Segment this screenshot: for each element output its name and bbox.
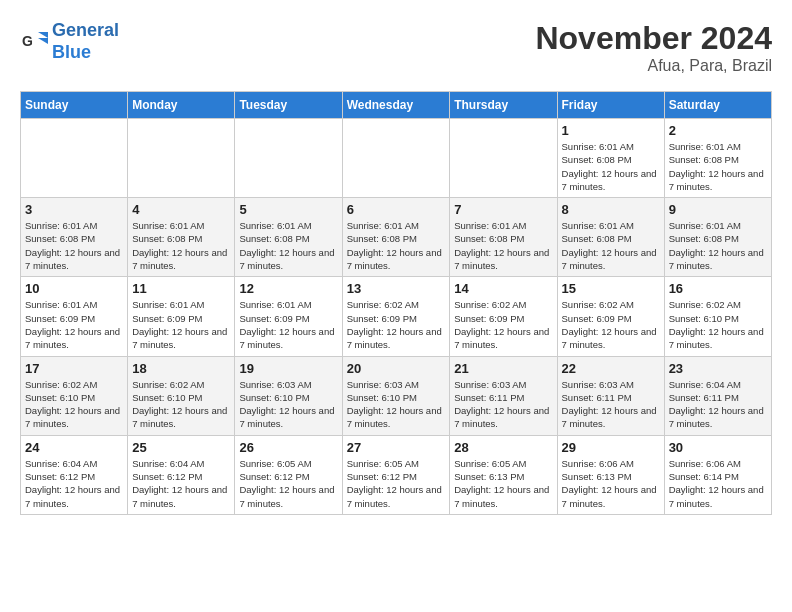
day-number: 4 [132,202,230,217]
day-number: 18 [132,361,230,376]
calendar-cell: 20Sunrise: 6:03 AM Sunset: 6:10 PM Dayli… [342,356,450,435]
title-block: November 2024 Afua, Para, Brazil [535,20,772,75]
day-info: Sunrise: 6:01 AM Sunset: 6:08 PM Dayligh… [562,219,660,272]
calendar-header-thursday: Thursday [450,92,557,119]
calendar-header-wednesday: Wednesday [342,92,450,119]
day-info: Sunrise: 6:02 AM Sunset: 6:09 PM Dayligh… [347,298,446,351]
day-number: 25 [132,440,230,455]
day-number: 12 [239,281,337,296]
svg-text:G: G [22,33,33,49]
calendar-cell: 16Sunrise: 6:02 AM Sunset: 6:10 PM Dayli… [664,277,771,356]
day-info: Sunrise: 6:02 AM Sunset: 6:09 PM Dayligh… [454,298,552,351]
day-info: Sunrise: 6:03 AM Sunset: 6:10 PM Dayligh… [239,378,337,431]
calendar-cell: 23Sunrise: 6:04 AM Sunset: 6:11 PM Dayli… [664,356,771,435]
day-number: 16 [669,281,767,296]
calendar-cell: 26Sunrise: 6:05 AM Sunset: 6:12 PM Dayli… [235,435,342,514]
day-number: 8 [562,202,660,217]
calendar-cell: 9Sunrise: 6:01 AM Sunset: 6:08 PM Daylig… [664,198,771,277]
calendar-cell: 19Sunrise: 6:03 AM Sunset: 6:10 PM Dayli… [235,356,342,435]
day-info: Sunrise: 6:01 AM Sunset: 6:08 PM Dayligh… [132,219,230,272]
day-number: 26 [239,440,337,455]
day-number: 15 [562,281,660,296]
day-number: 9 [669,202,767,217]
calendar-cell: 28Sunrise: 6:05 AM Sunset: 6:13 PM Dayli… [450,435,557,514]
day-number: 7 [454,202,552,217]
calendar-week-row: 1Sunrise: 6:01 AM Sunset: 6:08 PM Daylig… [21,119,772,198]
day-number: 3 [25,202,123,217]
day-number: 1 [562,123,660,138]
calendar-cell: 7Sunrise: 6:01 AM Sunset: 6:08 PM Daylig… [450,198,557,277]
day-info: Sunrise: 6:01 AM Sunset: 6:08 PM Dayligh… [239,219,337,272]
calendar-cell: 8Sunrise: 6:01 AM Sunset: 6:08 PM Daylig… [557,198,664,277]
day-number: 13 [347,281,446,296]
day-info: Sunrise: 6:01 AM Sunset: 6:09 PM Dayligh… [132,298,230,351]
calendar-cell: 29Sunrise: 6:06 AM Sunset: 6:13 PM Dayli… [557,435,664,514]
calendar-cell: 25Sunrise: 6:04 AM Sunset: 6:12 PM Dayli… [128,435,235,514]
calendar-header-monday: Monday [128,92,235,119]
day-info: Sunrise: 6:03 AM Sunset: 6:11 PM Dayligh… [562,378,660,431]
day-info: Sunrise: 6:06 AM Sunset: 6:13 PM Dayligh… [562,457,660,510]
day-number: 6 [347,202,446,217]
day-info: Sunrise: 6:01 AM Sunset: 6:08 PM Dayligh… [347,219,446,272]
calendar-cell: 30Sunrise: 6:06 AM Sunset: 6:14 PM Dayli… [664,435,771,514]
calendar-cell [128,119,235,198]
logo-text: General Blue [52,20,119,63]
day-info: Sunrise: 6:06 AM Sunset: 6:14 PM Dayligh… [669,457,767,510]
calendar-week-row: 3Sunrise: 6:01 AM Sunset: 6:08 PM Daylig… [21,198,772,277]
day-number: 30 [669,440,767,455]
logo-line1: General [52,20,119,40]
day-info: Sunrise: 6:01 AM Sunset: 6:08 PM Dayligh… [25,219,123,272]
calendar-header-tuesday: Tuesday [235,92,342,119]
calendar-cell: 21Sunrise: 6:03 AM Sunset: 6:11 PM Dayli… [450,356,557,435]
calendar-header-friday: Friday [557,92,664,119]
day-number: 11 [132,281,230,296]
day-info: Sunrise: 6:04 AM Sunset: 6:12 PM Dayligh… [132,457,230,510]
calendar-header-row: SundayMondayTuesdayWednesdayThursdayFrid… [21,92,772,119]
day-info: Sunrise: 6:05 AM Sunset: 6:12 PM Dayligh… [347,457,446,510]
day-number: 17 [25,361,123,376]
day-info: Sunrise: 6:01 AM Sunset: 6:08 PM Dayligh… [562,140,660,193]
day-number: 14 [454,281,552,296]
calendar-cell: 1Sunrise: 6:01 AM Sunset: 6:08 PM Daylig… [557,119,664,198]
calendar-body: 1Sunrise: 6:01 AM Sunset: 6:08 PM Daylig… [21,119,772,515]
calendar-week-row: 17Sunrise: 6:02 AM Sunset: 6:10 PM Dayli… [21,356,772,435]
calendar-cell: 2Sunrise: 6:01 AM Sunset: 6:08 PM Daylig… [664,119,771,198]
month-title: November 2024 [535,20,772,57]
calendar-week-row: 10Sunrise: 6:01 AM Sunset: 6:09 PM Dayli… [21,277,772,356]
day-number: 27 [347,440,446,455]
day-info: Sunrise: 6:02 AM Sunset: 6:10 PM Dayligh… [132,378,230,431]
day-number: 28 [454,440,552,455]
day-info: Sunrise: 6:04 AM Sunset: 6:12 PM Dayligh… [25,457,123,510]
day-number: 29 [562,440,660,455]
day-number: 10 [25,281,123,296]
day-info: Sunrise: 6:02 AM Sunset: 6:10 PM Dayligh… [669,298,767,351]
calendar-cell: 18Sunrise: 6:02 AM Sunset: 6:10 PM Dayli… [128,356,235,435]
day-info: Sunrise: 6:01 AM Sunset: 6:09 PM Dayligh… [25,298,123,351]
calendar-cell [342,119,450,198]
logo-line2: Blue [52,42,91,62]
calendar-cell: 13Sunrise: 6:02 AM Sunset: 6:09 PM Dayli… [342,277,450,356]
calendar-cell: 3Sunrise: 6:01 AM Sunset: 6:08 PM Daylig… [21,198,128,277]
day-number: 24 [25,440,123,455]
calendar-cell: 15Sunrise: 6:02 AM Sunset: 6:09 PM Dayli… [557,277,664,356]
calendar-header-saturday: Saturday [664,92,771,119]
day-info: Sunrise: 6:01 AM Sunset: 6:09 PM Dayligh… [239,298,337,351]
day-info: Sunrise: 6:05 AM Sunset: 6:12 PM Dayligh… [239,457,337,510]
logo-icon: G [20,28,48,56]
calendar-cell [21,119,128,198]
day-info: Sunrise: 6:02 AM Sunset: 6:10 PM Dayligh… [25,378,123,431]
calendar-cell: 10Sunrise: 6:01 AM Sunset: 6:09 PM Dayli… [21,277,128,356]
calendar-cell: 14Sunrise: 6:02 AM Sunset: 6:09 PM Dayli… [450,277,557,356]
location: Afua, Para, Brazil [535,57,772,75]
day-number: 2 [669,123,767,138]
day-number: 19 [239,361,337,376]
calendar-table: SundayMondayTuesdayWednesdayThursdayFrid… [20,91,772,515]
day-info: Sunrise: 6:05 AM Sunset: 6:13 PM Dayligh… [454,457,552,510]
calendar-cell: 6Sunrise: 6:01 AM Sunset: 6:08 PM Daylig… [342,198,450,277]
day-info: Sunrise: 6:04 AM Sunset: 6:11 PM Dayligh… [669,378,767,431]
calendar-cell: 17Sunrise: 6:02 AM Sunset: 6:10 PM Dayli… [21,356,128,435]
calendar-cell [450,119,557,198]
day-info: Sunrise: 6:03 AM Sunset: 6:10 PM Dayligh… [347,378,446,431]
calendar-cell: 11Sunrise: 6:01 AM Sunset: 6:09 PM Dayli… [128,277,235,356]
calendar-cell: 12Sunrise: 6:01 AM Sunset: 6:09 PM Dayli… [235,277,342,356]
